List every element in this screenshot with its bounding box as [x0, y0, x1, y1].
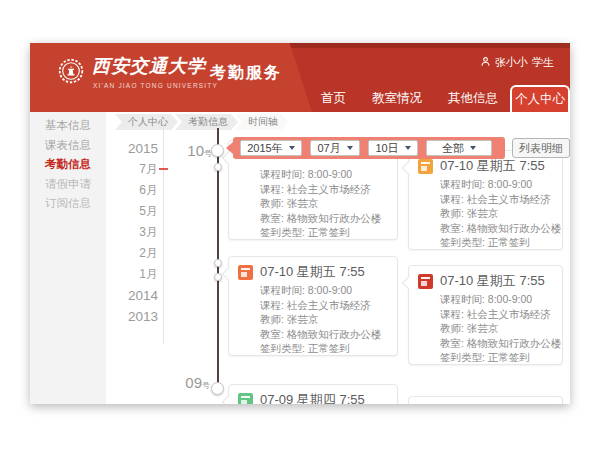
main-nav: 首页 教室情况 其他信息 个人中心: [321, 85, 570, 112]
card-arrow: [401, 161, 415, 175]
card-row-signin-type: 签到类型: 正常签到: [260, 341, 381, 356]
card-arrow: [221, 395, 235, 404]
sidebar-item-leave-request[interactable]: 请假申请: [30, 175, 106, 195]
card-row-room: 教室: 格物致知行政办公楼: [440, 221, 561, 236]
scale-month-jun[interactable]: 6月: [110, 180, 158, 201]
app-header: 西安交通大学 XI'AN JIAO TONG UNIVERSITY 考勤服务 张…: [30, 43, 570, 112]
breadcrumb-timeline[interactable]: 时间轴: [235, 114, 288, 130]
month-select[interactable]: 07月: [310, 140, 360, 156]
university-name-cn: 西安交通大学: [92, 54, 206, 78]
university-logo-icon: [58, 58, 84, 84]
scale-axis-line: [163, 124, 164, 344]
chevron-down-icon: [470, 146, 476, 150]
sidebar-item-attendance[interactable]: 考勤信息: [30, 155, 106, 175]
card-row-teacher: 教师: 张芸京: [260, 312, 381, 327]
scale-month-may[interactable]: 5月: [110, 201, 158, 222]
user-role: 学生: [532, 55, 554, 70]
current-month-tick: [159, 168, 168, 170]
card-row-teacher: 教师: 张芸京: [440, 321, 561, 336]
nav-personal-center-active-tab[interactable]: 个人中心: [510, 85, 570, 112]
scale-year-2014[interactable]: 2014: [110, 285, 158, 306]
sidebar-item-timetable[interactable]: 课表信息: [30, 136, 106, 156]
screen: 西安交通大学 XI'AN JIAO TONG UNIVERSITY 考勤服务 张…: [0, 0, 600, 450]
chevron-down-icon: [405, 146, 411, 150]
card-row-course: 课程: 社会主义市场经济: [260, 298, 381, 313]
calendar-icon: [238, 265, 253, 280]
card-date-title: 07-10 星期五 7:55: [440, 157, 545, 175]
card-row-teacher: 教师: 张芸京: [440, 206, 561, 221]
app-window: 西安交通大学 XI'AN JIAO TONG UNIVERSITY 考勤服务 张…: [30, 43, 570, 404]
card-row-signin-type: 签到类型: 正常签到: [440, 350, 561, 365]
nav-home[interactable]: 首页: [321, 85, 346, 112]
type-select[interactable]: 全部: [426, 140, 492, 156]
calendar-icon: [418, 274, 433, 289]
nav-other-info[interactable]: 其他信息: [448, 85, 498, 112]
scale-month-jan[interactable]: 1月: [110, 264, 158, 285]
card-row-signin-type: 签到类型: 正常签到: [440, 235, 561, 250]
filter-bar-arrow: [226, 142, 233, 154]
card-row-course: 课程: 社会主义市场经济: [440, 307, 561, 322]
card-row-room: 教室: 格物致知行政办公楼: [260, 211, 381, 226]
scale-month-mar[interactable]: 3月: [110, 222, 158, 243]
content-area: 基本信息 课表信息 考勤信息 请假申请 订阅信息 个人中心 考勤信息 时间轴 2…: [30, 112, 570, 404]
timeline-node-day09[interactable]: [211, 382, 224, 395]
filter-bar: 2015年 07月 10日 全部: [233, 137, 505, 159]
card-row-course: 课程: 社会主义市场经济: [440, 192, 561, 207]
card-row-course: 课程: 社会主义市场经济: [260, 182, 381, 197]
chevron-down-icon: [289, 146, 295, 150]
service-title: 考勤服务: [210, 63, 282, 84]
card-row-time: 课程时间: 8:00-9:00: [260, 283, 381, 298]
university-name-en: XI'AN JIAO TONG UNIVERSITY: [93, 82, 218, 89]
card-date-title: 07-10 星期五 7:55: [260, 263, 365, 281]
card-row-time: 课程时间: 8:00-9:00: [440, 292, 561, 307]
attendance-card[interactable]: 07-09 星期四 7:55: [228, 384, 398, 404]
calendar-icon: [238, 393, 253, 405]
scale-year-2015[interactable]: 2015: [110, 138, 158, 159]
day-label-09: 09号: [174, 374, 210, 391]
day-select[interactable]: 10日: [368, 140, 418, 156]
timeline-node-small-3: [214, 273, 222, 281]
card-row-signin-type: 签到类型: 正常签到: [260, 225, 381, 240]
calendar-icon: [418, 159, 433, 174]
day-label-10: 10号: [176, 142, 212, 159]
sidebar: 基本信息 课表信息 考勤信息 请假申请 订阅信息: [30, 112, 106, 404]
card-row-room: 教室: 格物致知行政办公楼: [260, 327, 381, 342]
year-select[interactable]: 2015年: [240, 140, 302, 156]
chevron-down-icon: [347, 146, 353, 150]
breadcrumb-personal-center[interactable]: 个人中心: [115, 114, 178, 130]
card-date-title: 07-09 星期四 7:55: [260, 391, 365, 404]
user-info[interactable]: 张小小 学生: [480, 55, 554, 70]
nav-classrooms[interactable]: 教室情况: [372, 85, 422, 112]
list-detail-button[interactable]: 列表明细: [512, 138, 570, 158]
timeline-node-small-2: [214, 259, 222, 267]
card-arrow: [221, 267, 235, 281]
attendance-card[interactable]: 07-10 星期五 7:55 课程时间: 8:00-9:00 课程: 社会主义市…: [408, 150, 563, 250]
breadcrumb-attendance-info[interactable]: 考勤信息: [175, 114, 238, 130]
card-row-time: 课程时间: 8:00-9:00: [440, 177, 561, 192]
sidebar-item-subscription[interactable]: 订阅信息: [30, 194, 106, 214]
card-arrow: [401, 276, 415, 290]
card-row-room: 教室: 格物致知行政办公楼: [440, 336, 561, 351]
attendance-card[interactable]: [408, 396, 563, 404]
person-icon: [480, 56, 491, 69]
attendance-card[interactable]: 07-10 星期五 7:55 课程时间: 8:00-9:00 课程: 社会主义市…: [228, 256, 398, 356]
user-name: 张小小: [495, 55, 528, 70]
card-date-title: 07-10 星期五 7:55: [440, 272, 545, 290]
attendance-card[interactable]: 07-10 星期五 7:55 课程时间: 8:00-9:00 课程: 社会主义市…: [408, 265, 563, 365]
scale-year-2013[interactable]: 2013: [110, 306, 158, 327]
timeline-node-day10[interactable]: [211, 144, 224, 157]
card-row-teacher: 教师: 张芸京: [260, 196, 381, 211]
breadcrumb: 个人中心 考勤信息 时间轴: [115, 114, 285, 130]
timeline-scale: 2015 7月 6月 5月 3月 2月 1月 2014 2013: [110, 138, 158, 327]
card-row-time: 课程时间: 8:00-9:00: [260, 167, 381, 182]
sidebar-item-basic-info[interactable]: 基本信息: [30, 116, 106, 136]
scale-month-jul[interactable]: 7月: [110, 159, 158, 180]
scale-month-feb[interactable]: 2月: [110, 243, 158, 264]
timeline-node-small-1: [214, 163, 222, 171]
